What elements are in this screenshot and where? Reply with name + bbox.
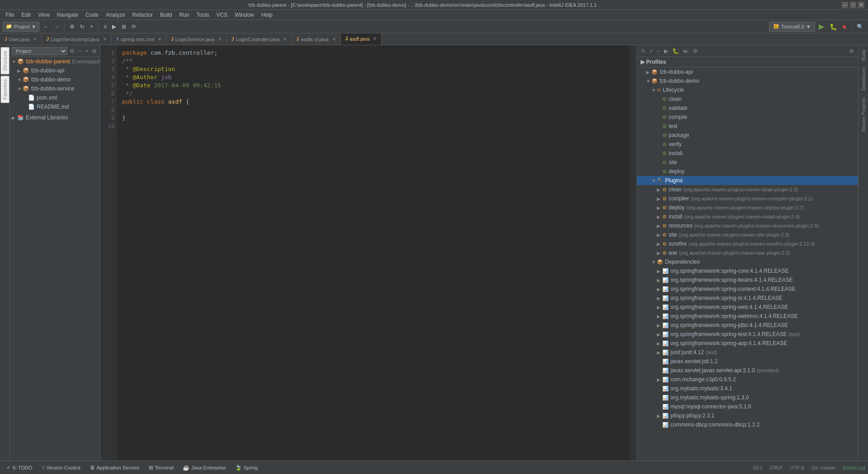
code-textarea[interactable]: package com.fzb.controller; /** * @Descr… [117, 45, 630, 460]
toolbar-back-btn[interactable]: ← [41, 23, 50, 31]
menu-navigate[interactable]: Navigate [53, 11, 82, 19]
right-edge-tab-build[interactable]: Build [860, 47, 867, 63]
maven-goal-install[interactable]: ▶ ⚙ install [637, 149, 858, 158]
maven-plugin-deploy[interactable]: ▶ ⚙ deploy (org.apache.maven.plugins:mav… [637, 203, 858, 212]
menu-file[interactable]: File [2, 11, 18, 19]
maven-goal-package[interactable]: ▶ ⚙ package [637, 131, 858, 140]
maven-dep-mysql[interactable]: ▶ 📊 mysql:mysql-connector-java:5.1.6 [637, 402, 858, 411]
terminal-btn[interactable]: ⊞ Terminal [145, 464, 178, 472]
maven-plugin-site[interactable]: ▶ ⚙ site (org.apache.maven.plugins:maven… [637, 230, 858, 239]
tab-logincontroller-java[interactable]: J LoginController.java ✕ [227, 33, 292, 45]
maven-item-lifecycle[interactable]: ▼ ⟳ Lifecycle [637, 85, 858, 95]
run-button[interactable]: ▶ [817, 21, 826, 32]
toolbar-refresh-btn[interactable]: ↻ [78, 23, 86, 31]
maven-dep-spring-beans[interactable]: ▶ 📊 org.springframework:spring-beans:4.1… [637, 275, 858, 284]
maven-dep-spring-web[interactable]: ▶ 📊 org.springframework:spring-web:4.1.4… [637, 303, 858, 312]
maven-item-plugins[interactable]: ▼ 🔌 Plugins [637, 176, 858, 185]
maven-dep-spring-context[interactable]: ▶ 📊 org.springframework:spring-context:4… [637, 284, 858, 294]
toolbar-add-btn[interactable]: + [88, 23, 95, 31]
toolbar-settings-btn[interactable]: ⚙ [68, 23, 76, 31]
toolbar-extra-btn[interactable]: ⊞ [120, 23, 128, 31]
tab-user-java[interactable]: J User.java ✕ [0, 33, 42, 45]
menu-edit[interactable]: Edit [18, 11, 34, 19]
maven-dep-spring-aop[interactable]: ▶ 📊 org.springframework:spring-aop:4.1.4… [637, 339, 858, 348]
maven-plugin-war[interactable]: ▶ ⚙ war (org.apache.maven.plugins:maven-… [637, 248, 858, 257]
maven-run-btn[interactable]: ▶ [663, 47, 670, 55]
maven-plugin-install[interactable]: ▶ ⚙ install (org.apache.maven.plugins:ma… [637, 212, 858, 221]
maven-dep-mybatis[interactable]: ▶ 📊 org.mybatis:mybatis:3.4.1 [637, 384, 858, 393]
maven-plugin-surefire[interactable]: ▶ ⚙ surefire (org.apache.maven.plugins:m… [637, 239, 858, 248]
tree-item-external-libs[interactable]: ▶ 📚 External Libraries [10, 113, 100, 122]
todo-btn[interactable]: ✓ 6: TODO [3, 464, 36, 472]
event-log-label[interactable]: Event Log [843, 465, 865, 470]
menu-window[interactable]: Window [231, 11, 258, 19]
maven-skip-btn[interactable]: ⏭ [682, 47, 690, 55]
maven-refresh-btn[interactable]: ↻ [640, 47, 647, 55]
menu-analyze[interactable]: Analyze [102, 11, 129, 19]
maven-goal-verify[interactable]: ▶ ⚙ verify [637, 140, 858, 149]
maven-collapse-btn[interactable]: – [656, 47, 661, 55]
left-edge-tab-structure[interactable]: Structure [0, 47, 9, 75]
debug-button[interactable]: 🐛 [828, 22, 839, 31]
tree-item-service[interactable]: ▼ 📦 fzb-dubbo-service [10, 84, 100, 93]
tab-spring-mvc-xml[interactable]: X spring-mvc.xml ✕ [112, 33, 167, 45]
maven-dep-c3p0[interactable]: ▶ 📊 com.mchange:c3p0:0.9.5.2 [637, 375, 858, 384]
maven-goal-test[interactable]: ▶ ⚙ test [637, 122, 858, 131]
menu-view[interactable]: View [34, 11, 53, 19]
tab-close-icon[interactable]: ✕ [332, 37, 336, 42]
maven-goal-compile[interactable]: ▶ ⚙ compile [637, 113, 858, 122]
tree-item-api[interactable]: ▶ 📦 fzb-dubbo-api [10, 66, 100, 75]
tab-asdfasf-java[interactable]: J asdfa sf.java ✕ [292, 33, 340, 45]
tree-item-demo[interactable]: ▼ 📦 fzb-dubbo-demo [10, 75, 100, 84]
maven-dep-jstl[interactable]: ▶ 📊 javax.servlet:jstl:1.2 [637, 357, 858, 366]
menu-build[interactable]: Build [156, 11, 176, 19]
toolbar-forward-btn[interactable]: → [52, 23, 61, 31]
menu-tools[interactable]: Tools [193, 11, 213, 19]
maven-dep-spring-jdbc[interactable]: ▶ 📊 org.springframework:spring-jdbc:4.1.… [637, 321, 858, 330]
maven-goal-validate[interactable]: ▶ ⚙ validate [637, 104, 858, 113]
maven-add-btn[interactable]: + [648, 47, 654, 55]
left-edge-tab-favorites[interactable]: Favorites [0, 76, 9, 103]
maven-dep-spring-tx[interactable]: ▶ 📊 org.springframework:spring-tx:4.1.4.… [637, 294, 858, 303]
toolbar-sync-btn[interactable]: ⟳ [130, 23, 138, 31]
maven-settings-btn[interactable]: ⚙ [691, 47, 699, 55]
menu-refactor[interactable]: Refactor [129, 11, 156, 19]
maven-dep-spring-webmvc[interactable]: ▶ 📊 org.springframework:spring-webmvc:4.… [637, 312, 858, 321]
right-edge-tab-databases[interactable]: Databases [860, 64, 867, 94]
maven-dep-spring-core[interactable]: ▶ 📊 org.springframework:spring-core:4.1.… [637, 266, 858, 275]
tab-close-icon[interactable]: ✕ [218, 37, 222, 42]
right-edge-tab-maven[interactable]: Maven Projects [860, 95, 867, 134]
tab-close-icon[interactable]: ✕ [158, 37, 161, 42]
maven-goal-site[interactable]: ▶ ⚙ site [637, 158, 858, 167]
maven-dep-servlet-api[interactable]: ▶ 📊 javax.servlet:javax.servlet-api:3.1.… [637, 366, 858, 375]
menu-vcs[interactable]: VCS [213, 11, 231, 19]
tab-close-icon[interactable]: ✕ [373, 36, 377, 41]
maven-dep-p6spy[interactable]: ▶ 📊 p6spy:p6spy:2.3.1 [637, 411, 858, 420]
tree-item-root[interactable]: ▼ 📦 fzb-dubbo-parent E:\workspace\fzb [10, 57, 100, 66]
application-servers-btn[interactable]: 🖥 Application Servers [86, 464, 143, 472]
maven-goal-clean[interactable]: ▶ ⚙ clean [637, 95, 858, 104]
maven-dep-mybatis-spring[interactable]: ▶ 📊 org.mybatis:mybatis-spring:1.3.0 [637, 393, 858, 402]
tree-item-readme[interactable]: ▶ 📄 README.md [10, 102, 100, 111]
tab-close-icon[interactable]: ✕ [33, 37, 37, 42]
maven-plugin-resources[interactable]: ▶ ⚙ resources (org.apache.maven.plugins:… [637, 221, 858, 230]
editor-scrollbar[interactable] [630, 45, 637, 460]
tree-item-pom[interactable]: ▶ 📄 pom.xml [10, 93, 100, 102]
java-enterprise-btn[interactable]: ☕ Java Enterprise [179, 464, 229, 472]
tab-asdf-java[interactable]: J asdf.java ✕ [341, 33, 382, 45]
maven-gear-btn[interactable]: ⚙ [848, 47, 855, 55]
close-button[interactable]: ✕ [858, 2, 864, 8]
maven-item-dependencies[interactable]: ▼ 📦 Dependencies [637, 257, 858, 266]
tab-close-icon[interactable]: ✕ [283, 37, 287, 42]
menu-help[interactable]: Help [258, 11, 276, 19]
toolbar-run-build-btn[interactable]: ▶ [110, 23, 118, 31]
maven-dep-commons-dbcp[interactable]: ▶ 📊 commons-dbcp:commons-dbcp:1.2.2 [637, 420, 858, 429]
maven-plugin-compiler[interactable]: ▶ ⚙ compiler (org.apache.maven.plugins:m… [637, 194, 858, 203]
menu-run[interactable]: Run [176, 11, 193, 19]
maven-dep-junit[interactable]: ▶ 📊 junit:junit:4.12 (test) [637, 348, 858, 357]
panel-expand-btn[interactable]: + [84, 47, 90, 55]
maven-item-demo[interactable]: ▼ 📦 fzb-dubbo-demo [637, 76, 858, 85]
spring-btn[interactable]: 🍃 Spring [231, 464, 262, 472]
project-selector[interactable]: 📁 Project ▼ [3, 22, 39, 32]
toolbar-structure-btn[interactable]: ≡ [102, 23, 108, 31]
